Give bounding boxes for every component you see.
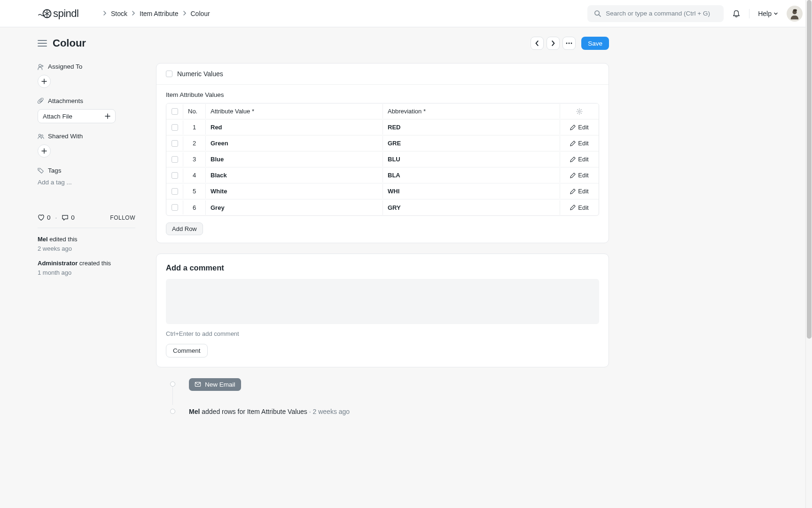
comment-heading: Add a comment: [166, 263, 599, 272]
user-plus-icon: [38, 64, 44, 70]
chevron-right-icon: [102, 10, 107, 17]
engagement-bar: 0 · 0 FOLLOW: [38, 214, 135, 228]
edit-row-button[interactable]: Edit: [565, 204, 594, 211]
svg-text:spindl: spindl: [53, 8, 78, 19]
table-row: 2 Green GRE Edit: [166, 135, 599, 151]
abbr-cell[interactable]: BLA: [388, 172, 400, 179]
attr-value-cell[interactable]: White: [211, 188, 227, 195]
search-input[interactable]: [606, 10, 717, 17]
search-box[interactable]: [587, 5, 724, 22]
comment-submit-button[interactable]: Comment: [166, 344, 208, 357]
svg-point-7: [569, 43, 570, 44]
prev-button[interactable]: [531, 37, 544, 50]
attr-value-cell[interactable]: Blue: [211, 156, 224, 163]
audit-entry: Administrator created this 1 month ago: [38, 259, 135, 277]
heart-icon: [38, 214, 45, 221]
pencil-icon: [570, 125, 576, 130]
comment-count[interactable]: 0: [62, 214, 75, 221]
timeline-item: New Email: [169, 378, 609, 391]
edit-row-button[interactable]: Edit: [565, 156, 594, 163]
attr-value-cell[interactable]: Green: [211, 140, 228, 147]
form-card: Numeric Values Item Attribute Values No.…: [156, 63, 609, 243]
section-title: Item Attribute Values: [156, 85, 609, 103]
breadcrumb-stock[interactable]: Stock: [111, 10, 127, 17]
abbr-cell[interactable]: WHI: [388, 188, 399, 195]
menu-icon[interactable]: [38, 40, 47, 47]
save-button[interactable]: Save: [581, 37, 609, 50]
scrollbar-thumb[interactable]: [807, 0, 812, 339]
attr-value-cell[interactable]: Red: [211, 124, 222, 131]
pencil-icon: [570, 141, 576, 146]
tag-input[interactable]: [38, 179, 135, 186]
chevron-right-icon: [550, 40, 556, 46]
chevron-right-icon: [131, 10, 136, 17]
chevron-right-icon: [182, 10, 187, 17]
numeric-values-label: Numeric Values: [177, 70, 223, 78]
help-label: Help: [758, 10, 772, 17]
breadcrumb-current: Colour: [191, 10, 210, 17]
attachments-heading: Attachments: [38, 97, 135, 104]
pencil-icon: [570, 173, 576, 178]
row-checkbox[interactable]: [172, 172, 178, 179]
comment-textarea[interactable]: [166, 279, 599, 324]
attr-value-cell[interactable]: Black: [211, 172, 227, 179]
audit-entry: Mel edited this 2 weeks ago: [38, 235, 135, 253]
users-icon: [38, 133, 44, 140]
assigned-to-heading: Assigned To: [38, 63, 135, 70]
plus-icon: [41, 148, 47, 154]
avatar[interactable]: [787, 6, 803, 22]
numeric-values-checkbox[interactable]: [166, 71, 172, 77]
breadcrumb-item-attribute[interactable]: Item Attribute: [140, 10, 178, 17]
row-checkbox[interactable]: [172, 204, 178, 211]
table-settings[interactable]: [560, 104, 599, 119]
attr-value-cell[interactable]: Grey: [211, 204, 225, 211]
row-checkbox[interactable]: [172, 124, 178, 131]
comment-icon: [62, 214, 69, 221]
chevron-down-icon: [773, 11, 778, 16]
add-share-button[interactable]: [38, 144, 51, 158]
row-checkbox[interactable]: [172, 156, 178, 163]
page-header: Colour Save: [38, 37, 609, 50]
navbar: spindl Stock Item Attribute Colour: [0, 0, 812, 27]
edit-row-button[interactable]: Edit: [565, 188, 594, 195]
timeline-dot: [170, 409, 175, 414]
follow-button[interactable]: FOLLOW: [110, 214, 135, 221]
edit-row-button[interactable]: Edit: [565, 140, 594, 147]
attach-file-button[interactable]: Attach File: [38, 109, 116, 123]
table-row: 4 Black BLA Edit: [166, 167, 599, 183]
svg-point-12: [39, 169, 40, 170]
col-abbr: Abbreviation *: [383, 104, 560, 119]
next-button[interactable]: [547, 37, 560, 50]
add-assignee-button[interactable]: [38, 75, 51, 88]
pencil-icon: [570, 189, 576, 194]
more-button[interactable]: [562, 37, 576, 50]
scrollbar-track[interactable]: [805, 0, 812, 508]
abbr-cell[interactable]: RED: [388, 124, 400, 131]
svg-point-5: [793, 9, 797, 11]
table-row: 1 Red RED Edit: [166, 119, 599, 135]
dot-separator: ·: [55, 214, 57, 221]
table-row: 6 Grey GRY Edit: [166, 199, 599, 215]
like-count[interactable]: 0: [38, 214, 51, 221]
plus-icon: [41, 79, 47, 84]
help-dropdown[interactable]: Help: [758, 10, 778, 17]
table-header: No. Attribute Value * Abbreviation *: [166, 103, 599, 119]
abbr-cell[interactable]: BLU: [388, 156, 400, 163]
row-checkbox[interactable]: [172, 188, 178, 195]
select-all-checkbox[interactable]: [172, 108, 178, 115]
col-no: No.: [183, 104, 206, 119]
abbr-cell[interactable]: GRE: [388, 140, 401, 147]
abbr-cell[interactable]: GRY: [388, 204, 401, 211]
edit-row-button[interactable]: Edit: [565, 124, 594, 131]
bell-icon[interactable]: [732, 9, 741, 18]
timeline-dot: [170, 381, 175, 387]
sidebar: Assigned To Attachments Attach File: [38, 63, 135, 432]
edit-row-button[interactable]: Edit: [565, 172, 594, 179]
new-email-button[interactable]: New Email: [189, 378, 241, 391]
shared-with-heading: Shared With: [38, 133, 135, 140]
page-title: Colour: [53, 37, 86, 49]
add-row-button[interactable]: Add Row: [166, 222, 203, 235]
row-checkbox[interactable]: [172, 140, 178, 147]
svg-point-10: [39, 134, 40, 136]
brand-logo[interactable]: spindl: [38, 7, 93, 21]
